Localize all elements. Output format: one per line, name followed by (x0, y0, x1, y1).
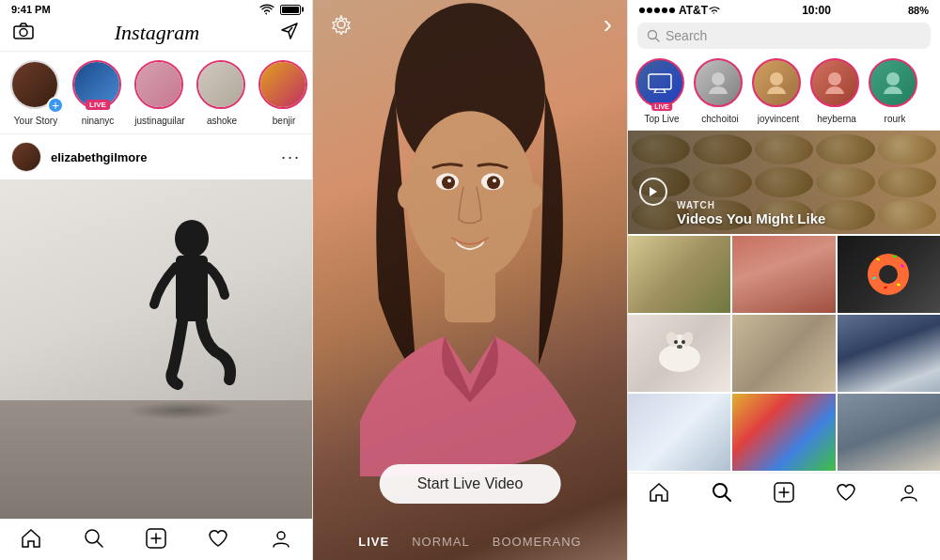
svg-point-16 (442, 176, 455, 189)
explore-nav-home-btn[interactable] (649, 482, 669, 506)
nav-add-btn[interactable] (146, 528, 166, 552)
svg-point-53 (905, 486, 913, 493)
svg-rect-25 (649, 74, 671, 89)
svg-line-24 (656, 39, 660, 42)
explore-status-bar: AT&T 10:00 88% (628, 0, 940, 19)
play-triangle (649, 186, 658, 197)
start-live-video-btn[interactable]: Start Live Video (380, 464, 561, 504)
post-username: elizabethgilmore (51, 150, 272, 164)
live-badge-ninanyc: LIVE (86, 100, 110, 110)
explore-nav-search-btn[interactable] (712, 482, 732, 506)
feed-header: Instagram (0, 17, 312, 52)
send-icon[interactable] (280, 22, 299, 45)
svg-point-22 (337, 21, 345, 28)
story-label-justinaguilar: justinaguilar (134, 116, 184, 126)
live-panel: › Start Live Video LIVE NORMAL BOOMERANG (313, 0, 627, 560)
live-top-bar: › (313, 0, 627, 49)
story-item-your-story[interactable]: + Your Story (9, 59, 62, 126)
explore-wifi-icon (708, 5, 721, 16)
explore-nav-heart-btn[interactable] (836, 482, 856, 506)
svg-point-47 (677, 345, 682, 349)
shadow (121, 401, 241, 420)
joyvincent-label: joyvincent (758, 114, 799, 124)
camera-icon[interactable] (13, 23, 34, 44)
svg-point-30 (770, 72, 783, 86)
nav-home-btn[interactable] (21, 528, 41, 552)
svg-point-21 (524, 182, 542, 209)
explore-story-joyvincent[interactable]: joyvincent (752, 58, 805, 124)
svg-point-34 (879, 265, 898, 284)
live-mode-boomerang[interactable]: BOOMERANG (493, 535, 582, 549)
nav-search-btn[interactable] (84, 528, 104, 552)
live-settings-btn[interactable] (328, 11, 354, 38)
nav-profile-btn[interactable] (271, 528, 291, 552)
story-item-ashoke[interactable]: ashoke (196, 59, 248, 126)
explore-nav (628, 473, 940, 514)
explore-nav-profile-btn[interactable] (899, 482, 919, 506)
grid-img-portrait[interactable] (732, 236, 835, 313)
grid-img-donut[interactable] (838, 236, 940, 313)
svg-point-12 (406, 111, 534, 280)
grid-img-beach[interactable] (628, 236, 730, 313)
svg-point-46 (682, 340, 685, 344)
person-silhouette (140, 210, 243, 417)
grid-img-hedgehog[interactable] (732, 315, 835, 392)
rourk-label: rourk (885, 114, 906, 124)
explore-story-chchoitoi[interactable]: chchoitoi (694, 58, 746, 124)
svg-point-1 (20, 28, 27, 36)
add-story-btn[interactable]: + (47, 97, 64, 114)
stories-row: + Your Story LIVE ninanyc justinaguilar (0, 52, 312, 134)
feed-time: 9:41 PM (11, 4, 51, 15)
svg-point-20 (398, 182, 416, 209)
camera-svg (13, 23, 34, 39)
svg-point-31 (828, 72, 841, 86)
live-mode-normal[interactable]: NORMAL (412, 535, 470, 549)
feed-panel: 9:41 PM Instagram (0, 0, 313, 560)
feed-post-header: elizabethgilmore ··· (0, 134, 312, 179)
battery-icon (280, 5, 301, 15)
explore-stories-row: LIVE Top Live chchoitoi (628, 54, 940, 131)
live-close-btn[interactable]: › (603, 9, 612, 39)
live-mode-live[interactable]: LIVE (358, 535, 389, 549)
signal-dots (639, 8, 675, 13)
app-title: Instagram (115, 21, 199, 45)
grid-img-colorful[interactable] (732, 394, 835, 471)
grid-img-cityscape[interactable] (838, 315, 940, 392)
dog-svg (651, 330, 708, 377)
feed-status-bar: 9:41 PM (0, 0, 312, 17)
watch-banner[interactable]: WATCH Videos You Might Like (628, 131, 940, 234)
watch-label-small: WATCH (677, 200, 825, 210)
post-more-btn[interactable]: ··· (281, 148, 301, 167)
feed-nav (0, 519, 312, 560)
story-item-benjir[interactable]: benjir (258, 59, 310, 126)
svg-point-18 (447, 179, 451, 182)
explore-story-heyberna[interactable]: heyberna (810, 58, 863, 124)
svg-point-10 (277, 532, 285, 539)
top-live-badge: LIVE (651, 102, 672, 111)
watch-text: WATCH Videos You Might Like (677, 200, 825, 226)
watch-play-icon[interactable] (639, 178, 667, 206)
svg-point-32 (886, 72, 900, 86)
grid-img-building[interactable] (838, 394, 940, 471)
explore-search-bar[interactable]: Search (637, 23, 931, 49)
explore-panel: AT&T 10:00 88% Search (627, 0, 940, 560)
nav-heart-btn[interactable] (208, 528, 228, 552)
send-svg (280, 22, 299, 40)
heyberna-label: heyberna (817, 114, 856, 124)
story-item-justinaguilar[interactable]: justinaguilar (133, 59, 186, 126)
svg-point-3 (175, 220, 209, 257)
grid-img-dog[interactable] (628, 315, 730, 392)
svg-point-29 (712, 72, 725, 86)
story-item-ninanyc[interactable]: LIVE ninanyc (71, 59, 124, 126)
explore-story-rourk[interactable]: rourk (869, 58, 921, 124)
explore-battery: 88% (908, 5, 929, 16)
post-avatar (11, 142, 41, 172)
explore-story-top-live[interactable]: LIVE Top Live (635, 58, 688, 124)
feed-image (0, 179, 312, 519)
search-placeholder: Search (666, 28, 707, 43)
svg-line-6 (97, 541, 102, 547)
story-label-ninanyc: ninanyc (82, 116, 114, 126)
svg-point-19 (493, 179, 496, 182)
explore-nav-add-btn[interactable] (774, 482, 794, 506)
grid-img-car[interactable] (628, 394, 730, 471)
